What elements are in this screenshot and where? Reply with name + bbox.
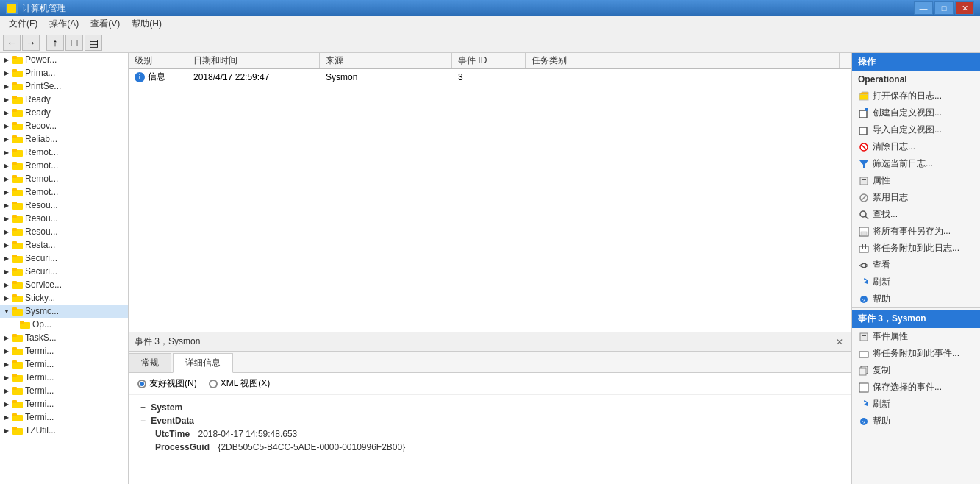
svg-marker-67 — [859, 160, 868, 168]
sidebar-item-21[interactable]: ▶ TaskS... — [0, 331, 128, 344]
system-section[interactable]: + System — [140, 401, 840, 414]
sidebar-item-26[interactable]: ▶ Termi... — [0, 397, 128, 410]
action-disable-log[interactable]: 禁用日志 — [852, 189, 980, 206]
sidebar-item-14[interactable]: ▶ Resta... — [0, 238, 128, 252]
sidebar-item-3[interactable]: ▶ Ready — [0, 93, 128, 106]
close-button[interactable]: ✕ — [955, 1, 974, 15]
sidebar-item-2[interactable]: ▶ PrintSe... — [0, 79, 128, 93]
eventdata-label: EventData — [151, 416, 194, 426]
action-button[interactable]: ▤ — [85, 35, 102, 51]
sidebar-item-18[interactable]: ▶ Sticky... — [0, 291, 128, 305]
eventdata-section[interactable]: − EventData — [140, 414, 840, 427]
menu-help[interactable]: 帮助(H) — [126, 16, 168, 32]
event-action-copy-label: 复制 — [873, 364, 890, 377]
level-text: 信息 — [148, 71, 165, 83]
sidebar-item-0[interactable]: ▶ Power... — [0, 53, 128, 66]
attach-task-icon — [858, 348, 870, 360]
col-header-datetime[interactable]: 日期和时间 — [187, 53, 320, 68]
action-save-all[interactable]: 将所有事件另存为... — [852, 223, 980, 240]
detail-close-button[interactable]: ✕ — [834, 336, 845, 348]
sidebar-item-23[interactable]: ▶ Termi... — [0, 357, 128, 371]
xml-view-option[interactable]: XML 视图(X) — [209, 377, 271, 390]
svg-rect-68 — [860, 177, 868, 185]
sidebar-item-15[interactable]: ▶ Securi... — [0, 252, 128, 265]
col-header-level[interactable]: 级别 — [129, 53, 187, 68]
sidebar-item-6[interactable]: ▶ Reliab... — [0, 132, 128, 146]
action-create-view[interactable]: 创建自定义视图... — [852, 104, 980, 121]
sidebar-label-5: Recov... — [25, 121, 128, 131]
action-help[interactable]: ? 帮助 — [852, 291, 980, 307]
friendly-radio[interactable] — [137, 380, 146, 388]
processguid-label: ProcessGuid — [155, 442, 210, 452]
event-detail: 事件 3，Sysmon ✕ 常规 详细信息 友好视图(N) XML 视图(X) — [129, 332, 851, 484]
tab-detail[interactable]: 详细信息 — [173, 353, 233, 373]
action-open-log[interactable]: 打开保存的日志... — [852, 88, 980, 104]
cell-datetime: 2018/4/17 22:59:47 — [187, 71, 320, 83]
tab-general[interactable]: 常规 — [129, 353, 171, 372]
sidebar-item-25[interactable]: ▶ Termi... — [0, 384, 128, 397]
svg-rect-86 — [862, 338, 866, 338]
col-header-tasktype[interactable]: 任务类别 — [526, 53, 840, 68]
event-list: 级别 日期和时间 来源 事件 ID 任务类别 i 信息 2018/4/17 22… — [129, 53, 851, 332]
event-action-save[interactable]: 保存选择的事件... — [852, 379, 980, 396]
sidebar-item-7[interactable]: ▶ Remot... — [0, 146, 128, 159]
sidebar-label-13: Resou... — [25, 227, 128, 237]
sidebar-item-27[interactable]: ▶ Termi... — [0, 410, 128, 424]
sidebar-label-25: Termi... — [25, 385, 128, 396]
forward-button[interactable]: → — [22, 35, 40, 51]
sidebar-item-22[interactable]: ▶ Termi... — [0, 344, 128, 357]
svg-rect-53 — [12, 387, 17, 390]
event-action-attach[interactable]: 将任务附加到此事件... — [852, 345, 980, 362]
sidebar-item-4[interactable]: ▶ Ready — [0, 106, 128, 119]
menu-view[interactable]: 查看(V) — [85, 16, 126, 32]
sidebar-item-8[interactable]: ▶ Remot... — [0, 159, 128, 172]
event-action-props[interactable]: 事件属性 — [852, 328, 980, 345]
event-props-icon — [858, 331, 870, 343]
expand-eventdata[interactable]: − — [140, 416, 146, 426]
sidebar-item-9[interactable]: ▶ Remot... — [0, 172, 128, 185]
action-find[interactable]: 查找... — [852, 206, 980, 223]
menu-action[interactable]: 操作(A) — [43, 16, 85, 32]
sidebar-item-sysmon[interactable]: ▼ Sysmc... — [0, 305, 128, 318]
action-view[interactable]: 查看 — [852, 257, 980, 274]
back-button[interactable]: ← — [3, 35, 21, 51]
folder-icon-1 — [12, 67, 24, 79]
sidebar-label-18: Sticky... — [25, 293, 128, 303]
window-controls: — □ ✕ — [914, 1, 974, 15]
sidebar-item-10[interactable]: ▶ Remot... — [0, 185, 128, 199]
xml-radio[interactable] — [209, 380, 218, 388]
event-action-copy[interactable]: 复制 — [852, 362, 980, 379]
action-attach-task[interactable]: 将任务附加到此日志... — [852, 240, 980, 257]
sidebar-item-1[interactable]: ▶ Prima... — [0, 66, 128, 79]
sidebar-item-28[interactable]: ▶ TZUtil... — [0, 424, 128, 437]
action-properties[interactable]: 属性 — [852, 172, 980, 189]
action-import-view[interactable]: 导入自定义视图... — [852, 121, 980, 138]
col-header-source[interactable]: 来源 — [320, 53, 452, 68]
sidebar-item-17[interactable]: ▶ Service... — [0, 278, 128, 291]
sidebar-item-16[interactable]: ▶ Securi... — [0, 265, 128, 278]
svg-text:?: ? — [862, 297, 866, 304]
action-refresh[interactable]: 刷新 — [852, 274, 980, 291]
event-action-help[interactable]: ? 帮助 — [852, 413, 980, 430]
event-action-refresh[interactable]: 刷新 — [852, 396, 980, 413]
friendly-view-option[interactable]: 友好视图(N) — [137, 377, 197, 390]
up-button[interactable]: ↑ — [46, 35, 64, 51]
sidebar-item-12[interactable]: ▶ Resou... — [0, 212, 128, 225]
sidebar-item-24[interactable]: ▶ Termi... — [0, 371, 128, 384]
maximize-button[interactable]: □ — [934, 1, 954, 15]
expand-system[interactable]: + — [140, 402, 146, 413]
action-filter[interactable]: 筛选当前日志... — [852, 155, 980, 172]
minimize-button[interactable]: — — [914, 1, 933, 15]
sidebar-item-13[interactable]: ▶ Resou... — [0, 225, 128, 238]
action-clear-log[interactable]: 清除日志... — [852, 138, 980, 155]
svg-rect-11 — [12, 109, 17, 112]
col-header-eventid[interactable]: 事件 ID — [452, 53, 526, 68]
sidebar-label-9: Remot... — [25, 174, 128, 184]
menu-file[interactable]: 文件(F) — [3, 16, 43, 32]
show-hide-button[interactable]: □ — [65, 35, 83, 51]
sidebar-item-5[interactable]: ▶ Recov... — [0, 119, 128, 132]
sidebar-item-11[interactable]: ▶ Resou... — [0, 199, 128, 212]
sidebar-item-operational[interactable]: Op... — [0, 318, 128, 331]
table-row[interactable]: i 信息 2018/4/17 22:59:47 Sysmon 3 — [129, 69, 851, 85]
detail-header: 事件 3，Sysmon ✕ — [129, 332, 851, 352]
